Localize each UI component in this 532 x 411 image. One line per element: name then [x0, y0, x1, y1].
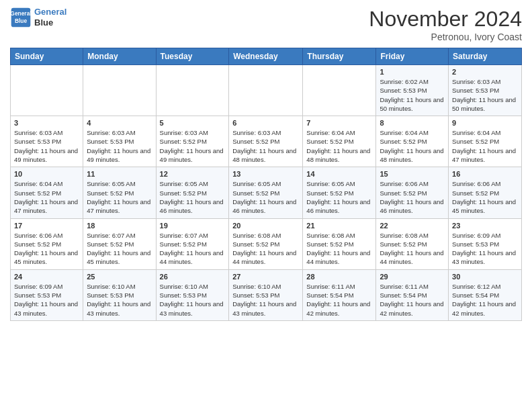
day-cell: [229, 65, 303, 116]
day-number: 18: [87, 222, 152, 230]
title-block: November 2024 Petronou, Ivory Coast: [369, 7, 522, 42]
day-cell: 10Sunrise: 6:04 AM Sunset: 5:52 PM Dayli…: [11, 167, 83, 218]
location: Petronou, Ivory Coast: [369, 32, 522, 42]
day-header-wednesday: Wednesday: [229, 48, 303, 65]
day-info: Sunrise: 6:12 AM Sunset: 5:54 PM Dayligh…: [452, 282, 518, 318]
day-number: 1: [380, 68, 445, 76]
day-number: 2: [452, 68, 518, 76]
day-cell: 18Sunrise: 6:07 AM Sunset: 5:52 PM Dayli…: [83, 218, 156, 269]
day-cell: 26Sunrise: 6:10 AM Sunset: 5:53 PM Dayli…: [156, 269, 229, 320]
day-cell: 3Sunrise: 6:03 AM Sunset: 5:53 PM Daylig…: [11, 116, 83, 167]
day-cell: 2Sunrise: 6:03 AM Sunset: 5:53 PM Daylig…: [449, 65, 522, 116]
day-info: Sunrise: 6:03 AM Sunset: 5:53 PM Dayligh…: [452, 77, 518, 113]
day-number: 5: [160, 119, 226, 127]
day-number: 22: [380, 222, 445, 230]
day-info: Sunrise: 6:08 AM Sunset: 5:52 PM Dayligh…: [380, 231, 445, 267]
day-number: 8: [380, 119, 445, 127]
day-number: 4: [87, 119, 152, 127]
week-row-5: 24Sunrise: 6:09 AM Sunset: 5:53 PM Dayli…: [11, 269, 522, 320]
day-info: Sunrise: 6:11 AM Sunset: 5:54 PM Dayligh…: [380, 282, 445, 318]
calendar-body: 1Sunrise: 6:02 AM Sunset: 5:53 PM Daylig…: [11, 65, 522, 321]
day-cell: 15Sunrise: 6:06 AM Sunset: 5:52 PM Dayli…: [376, 167, 449, 218]
day-info: Sunrise: 6:05 AM Sunset: 5:52 PM Dayligh…: [306, 179, 372, 215]
day-header-friday: Friday: [376, 48, 449, 65]
day-cell: 30Sunrise: 6:12 AM Sunset: 5:54 PM Dayli…: [449, 269, 522, 320]
day-info: Sunrise: 6:11 AM Sunset: 5:54 PM Dayligh…: [306, 282, 372, 318]
day-cell: 12Sunrise: 6:05 AM Sunset: 5:52 PM Dayli…: [156, 167, 229, 218]
day-cell: 22Sunrise: 6:08 AM Sunset: 5:52 PM Dayli…: [376, 218, 449, 269]
day-number: 26: [160, 273, 226, 281]
logo-icon: General Blue: [10, 7, 32, 28]
logo-line2: Blue: [34, 17, 66, 28]
day-number: 13: [232, 170, 299, 178]
month-title: November 2024: [369, 7, 522, 32]
day-info: Sunrise: 6:02 AM Sunset: 5:53 PM Dayligh…: [380, 77, 445, 113]
day-number: 27: [232, 273, 299, 281]
day-number: 28: [306, 273, 372, 281]
day-info: Sunrise: 6:07 AM Sunset: 5:52 PM Dayligh…: [87, 231, 152, 267]
day-number: 15: [380, 170, 445, 178]
week-row-1: 1Sunrise: 6:02 AM Sunset: 5:53 PM Daylig…: [11, 65, 522, 116]
day-info: Sunrise: 6:04 AM Sunset: 5:52 PM Dayligh…: [380, 128, 445, 164]
day-cell: 20Sunrise: 6:08 AM Sunset: 5:52 PM Dayli…: [229, 218, 303, 269]
day-number: 30: [452, 273, 518, 281]
day-info: Sunrise: 6:05 AM Sunset: 5:52 PM Dayligh…: [232, 179, 299, 215]
day-info: Sunrise: 6:06 AM Sunset: 5:52 PM Dayligh…: [14, 231, 79, 267]
logo: General Blue General Blue: [10, 7, 66, 28]
days-row: SundayMondayTuesdayWednesdayThursdayFrid…: [11, 48, 522, 65]
day-info: Sunrise: 6:05 AM Sunset: 5:52 PM Dayligh…: [87, 179, 152, 215]
week-row-4: 17Sunrise: 6:06 AM Sunset: 5:52 PM Dayli…: [11, 218, 522, 269]
day-cell: 13Sunrise: 6:05 AM Sunset: 5:52 PM Dayli…: [229, 167, 303, 218]
day-number: 10: [14, 170, 79, 178]
day-info: Sunrise: 6:04 AM Sunset: 5:52 PM Dayligh…: [452, 128, 518, 164]
day-number: 25: [87, 273, 152, 281]
day-info: Sunrise: 6:07 AM Sunset: 5:52 PM Dayligh…: [160, 231, 226, 267]
day-info: Sunrise: 6:10 AM Sunset: 5:53 PM Dayligh…: [232, 282, 299, 318]
day-cell: [83, 65, 156, 116]
day-number: 12: [160, 170, 226, 178]
day-cell: 28Sunrise: 6:11 AM Sunset: 5:54 PM Dayli…: [303, 269, 376, 320]
day-header-thursday: Thursday: [303, 48, 376, 65]
day-cell: 7Sunrise: 6:04 AM Sunset: 5:52 PM Daylig…: [303, 116, 376, 167]
week-row-2: 3Sunrise: 6:03 AM Sunset: 5:53 PM Daylig…: [11, 116, 522, 167]
day-header-monday: Monday: [83, 48, 156, 65]
day-cell: 25Sunrise: 6:10 AM Sunset: 5:53 PM Dayli…: [83, 269, 156, 320]
day-info: Sunrise: 6:04 AM Sunset: 5:52 PM Dayligh…: [14, 179, 79, 215]
day-number: 11: [87, 170, 152, 178]
day-info: Sunrise: 6:03 AM Sunset: 5:53 PM Dayligh…: [14, 128, 79, 164]
day-cell: 4Sunrise: 6:03 AM Sunset: 5:53 PM Daylig…: [83, 116, 156, 167]
day-number: 7: [306, 119, 372, 127]
header: General Blue General Blue November 2024 …: [10, 7, 522, 42]
day-info: Sunrise: 6:09 AM Sunset: 5:53 PM Dayligh…: [452, 231, 518, 267]
day-number: 20: [232, 222, 299, 230]
day-info: Sunrise: 6:09 AM Sunset: 5:53 PM Dayligh…: [14, 282, 79, 318]
day-cell: [303, 65, 376, 116]
day-cell: 16Sunrise: 6:06 AM Sunset: 5:52 PM Dayli…: [449, 167, 522, 218]
svg-text:Blue: Blue: [15, 17, 28, 24]
day-cell: [156, 65, 229, 116]
day-cell: 5Sunrise: 6:03 AM Sunset: 5:52 PM Daylig…: [156, 116, 229, 167]
day-info: Sunrise: 6:08 AM Sunset: 5:52 PM Dayligh…: [306, 231, 372, 267]
day-cell: 23Sunrise: 6:09 AM Sunset: 5:53 PM Dayli…: [449, 218, 522, 269]
day-cell: 27Sunrise: 6:10 AM Sunset: 5:53 PM Dayli…: [229, 269, 303, 320]
day-cell: 17Sunrise: 6:06 AM Sunset: 5:52 PM Dayli…: [11, 218, 83, 269]
day-number: 29: [380, 273, 445, 281]
day-cell: 8Sunrise: 6:04 AM Sunset: 5:52 PM Daylig…: [376, 116, 449, 167]
day-cell: [11, 65, 83, 116]
day-cell: 24Sunrise: 6:09 AM Sunset: 5:53 PM Dayli…: [11, 269, 83, 320]
day-info: Sunrise: 6:06 AM Sunset: 5:52 PM Dayligh…: [452, 179, 518, 215]
day-info: Sunrise: 6:06 AM Sunset: 5:52 PM Dayligh…: [380, 179, 445, 215]
day-info: Sunrise: 6:03 AM Sunset: 5:53 PM Dayligh…: [87, 128, 152, 164]
calendar: SundayMondayTuesdayWednesdayThursdayFrid…: [10, 48, 522, 321]
day-cell: 29Sunrise: 6:11 AM Sunset: 5:54 PM Dayli…: [376, 269, 449, 320]
day-number: 23: [452, 222, 518, 230]
logo-text: General Blue: [34, 7, 66, 28]
day-number: 9: [452, 119, 518, 127]
day-cell: 6Sunrise: 6:03 AM Sunset: 5:52 PM Daylig…: [229, 116, 303, 167]
day-info: Sunrise: 6:10 AM Sunset: 5:53 PM Dayligh…: [87, 282, 152, 318]
day-header-tuesday: Tuesday: [156, 48, 229, 65]
day-cell: 11Sunrise: 6:05 AM Sunset: 5:52 PM Dayli…: [83, 167, 156, 218]
day-cell: 21Sunrise: 6:08 AM Sunset: 5:52 PM Dayli…: [303, 218, 376, 269]
day-cell: 9Sunrise: 6:04 AM Sunset: 5:52 PM Daylig…: [449, 116, 522, 167]
day-info: Sunrise: 6:03 AM Sunset: 5:52 PM Dayligh…: [160, 128, 226, 164]
